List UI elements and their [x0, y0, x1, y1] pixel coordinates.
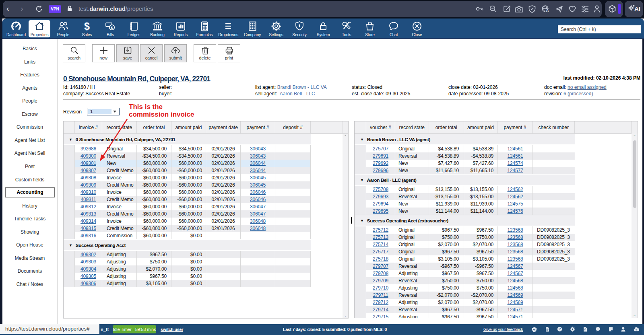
svg-text:$: $ — [84, 21, 90, 32]
svg-text:$: $ — [111, 26, 113, 30]
svg-text:?: ? — [559, 327, 561, 331]
svg-text:A: A — [546, 8, 549, 13]
